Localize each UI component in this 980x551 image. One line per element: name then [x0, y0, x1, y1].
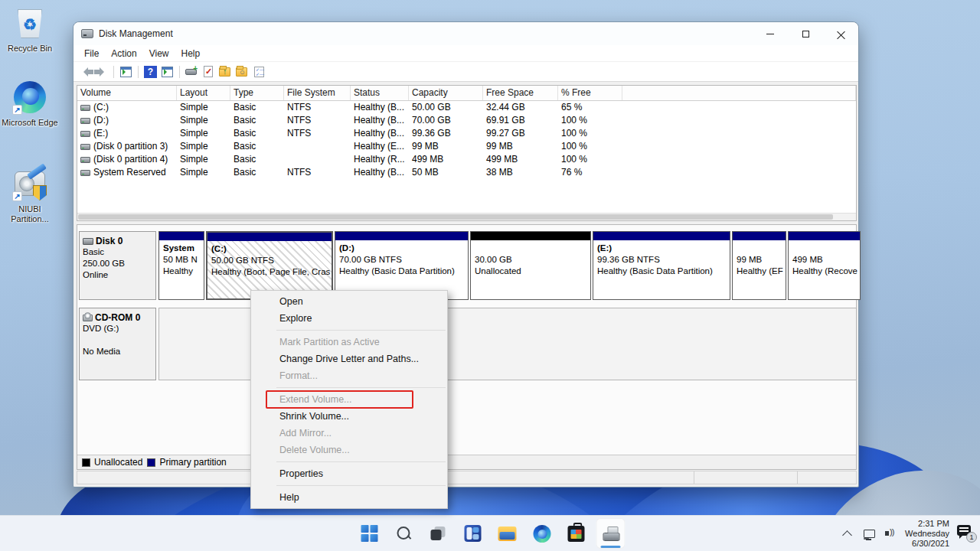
- legend-unallocated: Unallocated: [82, 457, 142, 468]
- partition-text-line: Unallocated: [475, 266, 586, 277]
- back-icon[interactable]: [78, 66, 91, 78]
- partition-unallocated[interactable]: 30.00 GBUnallocated: [470, 231, 591, 300]
- disk-management-app-icon: [81, 29, 93, 38]
- console-tree-icon[interactable]: [119, 66, 132, 78]
- column-header-free-space[interactable]: Free Space: [483, 86, 558, 100]
- task-view-button[interactable]: [424, 518, 453, 549]
- show-hide-tree-icon[interactable]: [161, 66, 174, 78]
- menu-view[interactable]: View: [143, 47, 175, 60]
- volume-table-row[interactable]: (C:)SimpleBasicNTFSHealthy (B...50.00 GB…: [77, 101, 856, 114]
- volume-table-row[interactable]: System ReservedSimpleBasicNTFSHealthy (B…: [77, 166, 856, 179]
- menu-action[interactable]: Action: [105, 47, 142, 60]
- volume-name-cell: (C:): [77, 101, 177, 114]
- close-icon: [837, 30, 845, 38]
- network-icon[interactable]: [862, 527, 876, 540]
- partition-block[interactable]: (E:)99.36 GB NTFSHealthy (Basic Data Par…: [593, 231, 730, 300]
- file-explorer-button[interactable]: [493, 518, 522, 549]
- toolbar-separator: [138, 66, 139, 78]
- horizontal-scrollbar[interactable]: [77, 213, 856, 220]
- volume-cell: [622, 153, 856, 166]
- disk-management-window: Disk Management File Action View Help ? …: [73, 21, 859, 487]
- volume-cell: 50 MB: [409, 166, 483, 179]
- recycle-bin-icon: ♻: [11, 5, 48, 41]
- disk-management-taskbar-button[interactable]: [596, 518, 626, 549]
- disk0-status: Online: [83, 269, 152, 281]
- volume-icon: [80, 170, 90, 176]
- legend-bar: Unallocated Primary partition: [77, 455, 856, 469]
- cdrom-label-panel[interactable]: CD-ROM 0 DVD (G:) No Media: [79, 308, 156, 380]
- volume-table-row[interactable]: (E:)SimpleBasicNTFSHealthy (B...99.36 GB…: [77, 127, 856, 140]
- context-menu-item-open[interactable]: Open: [251, 293, 447, 310]
- column-header-layout[interactable]: Layout: [177, 86, 230, 100]
- titlebar[interactable]: Disk Management: [74, 22, 858, 45]
- cdrom-kind: DVD (G:): [83, 323, 152, 334]
- notification-badge: 1: [966, 532, 977, 543]
- status-bar: [77, 471, 857, 484]
- context-menu-item-shrink-volume[interactable]: Shrink Volume...: [251, 408, 447, 425]
- volume-name-cell: (Disk 0 partition 3): [77, 140, 177, 153]
- maximize-button[interactable]: [788, 22, 823, 45]
- column-header-status[interactable]: Status: [351, 86, 409, 100]
- minimize-button[interactable]: [753, 22, 788, 45]
- search-button[interactable]: [390, 518, 419, 549]
- volume-table-row[interactable]: (Disk 0 partition 3)SimpleBasicHealthy (…: [77, 140, 856, 153]
- volume-cell: 99.36 GB: [409, 127, 483, 140]
- volume-cell: [622, 114, 856, 127]
- edge-button[interactable]: [528, 518, 557, 549]
- context-menu-item-help[interactable]: Help: [251, 489, 447, 506]
- volume-cell: 32.44 GB: [483, 101, 558, 114]
- desktop-icon-label: NIUBI Partition...: [0, 204, 60, 224]
- menu-help[interactable]: Help: [175, 47, 207, 60]
- check-disk-icon[interactable]: [202, 66, 215, 78]
- volume-name-cell: (E:): [77, 127, 177, 140]
- start-button[interactable]: [355, 518, 384, 549]
- red-highlight-annotation: [266, 390, 413, 409]
- partition-text-line: [475, 243, 586, 254]
- volume-table-row[interactable]: (D:)SimpleBasicNTFSHealthy (B...70.00 GB…: [77, 114, 856, 127]
- desktop-icon-recycle-bin[interactable]: ♻ Recycle Bin: [0, 5, 60, 54]
- partition-type-bar: [207, 233, 332, 241]
- scrollbar-thumb[interactable]: [78, 214, 833, 220]
- folder-up-icon[interactable]: [219, 66, 232, 78]
- partition-text-line: Healthy (Basic Data Partition): [339, 266, 464, 277]
- column-header-type[interactable]: Type: [230, 86, 284, 100]
- widgets-icon: [465, 525, 482, 542]
- forward-icon[interactable]: [95, 66, 108, 78]
- volume-icon: [80, 131, 90, 137]
- clock-time: 2:31 PM: [905, 519, 949, 529]
- properties-list-icon[interactable]: [253, 66, 266, 78]
- partition-block[interactable]: 99 MBHealthy (EF: [732, 231, 786, 300]
- context-menu-item-change-drive-letter-and-paths[interactable]: Change Drive Letter and Paths...: [251, 350, 447, 367]
- column-header-file-system[interactable]: File System: [284, 86, 351, 100]
- column-header-capacity[interactable]: Capacity: [409, 86, 483, 100]
- legend-swatch-primary: [147, 458, 155, 467]
- folder-search-icon[interactable]: [236, 66, 249, 78]
- disk0-label-panel[interactable]: Disk 0 Basic 250.00 GB Online: [79, 231, 156, 300]
- partition-block[interactable]: System50 MB NHealthy: [158, 231, 204, 300]
- store-button[interactable]: [562, 518, 591, 549]
- help-icon[interactable]: ?: [144, 66, 157, 78]
- shortcut-arrow-icon: ↗: [12, 191, 22, 201]
- taskbar: 2:31 PM Wednesday 6/30/2021 1: [0, 515, 980, 551]
- menu-file[interactable]: File: [78, 47, 105, 60]
- desktop-icon-niubi-partition[interactable]: ↗ NIUBI Partition...: [0, 165, 60, 224]
- volume-table-row[interactable]: (Disk 0 partition 4)SimpleBasicHealthy (…: [77, 153, 856, 166]
- column-header-pct-free[interactable]: % Free: [558, 86, 622, 100]
- taskbar-clock[interactable]: 2:31 PM Wednesday 6/30/2021: [905, 519, 949, 549]
- widgets-button[interactable]: [459, 518, 488, 549]
- volume-cell: 99 MB: [409, 140, 483, 153]
- column-header-volume[interactable]: Volume: [77, 86, 177, 100]
- tray-overflow-chevron-icon[interactable]: [841, 527, 854, 540]
- close-button[interactable]: [823, 22, 858, 45]
- volume-icon: [80, 118, 90, 124]
- partition-block[interactable]: 499 MBHealthy (Recove: [788, 231, 861, 300]
- volume-icon[interactable]: [884, 527, 897, 540]
- partition-text-line: Healthy: [163, 266, 200, 277]
- desktop-icon-microsoft-edge[interactable]: ↗ Microsoft Edge: [0, 79, 60, 128]
- context-menu-item-properties[interactable]: Properties: [251, 465, 447, 482]
- context-menu-item-explore[interactable]: Explore: [251, 310, 447, 327]
- rescan-disks-icon[interactable]: [185, 66, 198, 78]
- partition-text-line: 50.00 GB NTFS: [211, 255, 328, 266]
- notification-center-button[interactable]: 1: [957, 525, 975, 542]
- system-tray: 2:31 PM Wednesday 6/30/2021 1: [841, 516, 975, 551]
